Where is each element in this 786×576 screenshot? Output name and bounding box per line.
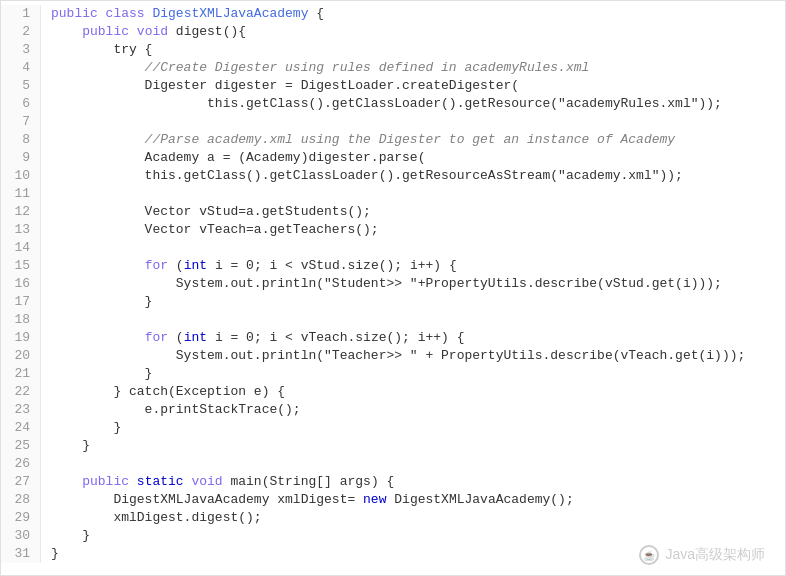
line-number: 21 [1, 365, 41, 383]
table-row: 24 } [1, 419, 785, 437]
table-row: 8 //Parse academy.xml using the Digester… [1, 131, 785, 149]
line-content: public class DigestXMLJavaAcademy { [41, 5, 785, 23]
table-row: 30 } [1, 527, 785, 545]
line-number: 31 [1, 545, 41, 563]
table-row: 11 [1, 185, 785, 203]
line-number: 27 [1, 473, 41, 491]
table-row: 25 } [1, 437, 785, 455]
line-content: } [41, 545, 785, 563]
line-number: 5 [1, 77, 41, 95]
line-content: } [41, 293, 785, 311]
line-number: 15 [1, 257, 41, 275]
line-content: for (int i = 0; i < vTeach.size(); i++) … [41, 329, 785, 347]
table-row: 7 [1, 113, 785, 131]
line-number: 26 [1, 455, 41, 473]
table-row: 27 public static void main(String[] args… [1, 473, 785, 491]
table-row: 18 [1, 311, 785, 329]
line-number: 20 [1, 347, 41, 365]
line-content: //Parse academy.xml using the Digester t… [41, 131, 785, 149]
line-content: DigestXMLJavaAcademy xmlDigest= new Dige… [41, 491, 785, 509]
table-row: 31} [1, 545, 785, 563]
line-content [41, 311, 785, 329]
table-row: 16 System.out.println("Student>> "+Prope… [1, 275, 785, 293]
line-content: for (int i = 0; i < vStud.size(); i++) { [41, 257, 785, 275]
line-content: try { [41, 41, 785, 59]
line-number: 19 [1, 329, 41, 347]
line-number: 3 [1, 41, 41, 59]
table-row: 23 e.printStackTrace(); [1, 401, 785, 419]
table-row: 26 [1, 455, 785, 473]
table-row: 19 for (int i = 0; i < vTeach.size(); i+… [1, 329, 785, 347]
line-content: this.getClass().getClassLoader().getReso… [41, 95, 785, 113]
line-number: 9 [1, 149, 41, 167]
line-content: xmlDigest.digest(); [41, 509, 785, 527]
line-content [41, 113, 785, 131]
line-content: System.out.println("Student>> "+Property… [41, 275, 785, 293]
line-number: 16 [1, 275, 41, 293]
line-content: System.out.println("Teacher>> " + Proper… [41, 347, 785, 365]
table-row: 5 Digester digester = DigestLoader.creat… [1, 77, 785, 95]
line-content [41, 239, 785, 257]
table-row: 3 try { [1, 41, 785, 59]
table-row: 13 Vector vTeach=a.getTeachers(); [1, 221, 785, 239]
table-row: 20 System.out.println("Teacher>> " + Pro… [1, 347, 785, 365]
line-number: 25 [1, 437, 41, 455]
line-number: 23 [1, 401, 41, 419]
line-number: 2 [1, 23, 41, 41]
table-row: 12 Vector vStud=a.getStudents(); [1, 203, 785, 221]
line-content: } [41, 419, 785, 437]
line-number: 22 [1, 383, 41, 401]
line-content: this.getClass().getClassLoader().getReso… [41, 167, 785, 185]
line-content [41, 455, 785, 473]
line-content: } [41, 527, 785, 545]
table-row: 1public class DigestXMLJavaAcademy { [1, 5, 785, 23]
table-row: 6 this.getClass().getClassLoader().getRe… [1, 95, 785, 113]
line-content: } catch(Exception e) { [41, 383, 785, 401]
code-lines: 1public class DigestXMLJavaAcademy {2 pu… [1, 1, 785, 567]
line-number: 12 [1, 203, 41, 221]
line-content: } [41, 365, 785, 383]
line-number: 14 [1, 239, 41, 257]
line-content: Academy a = (Academy)digester.parse( [41, 149, 785, 167]
table-row: 10 this.getClass().getClassLoader().getR… [1, 167, 785, 185]
table-row: 9 Academy a = (Academy)digester.parse( [1, 149, 785, 167]
code-container: 1public class DigestXMLJavaAcademy {2 pu… [0, 0, 786, 576]
line-content: Vector vTeach=a.getTeachers(); [41, 221, 785, 239]
line-number: 10 [1, 167, 41, 185]
table-row: 17 } [1, 293, 785, 311]
line-number: 30 [1, 527, 41, 545]
line-number: 13 [1, 221, 41, 239]
line-number: 18 [1, 311, 41, 329]
line-content: Vector vStud=a.getStudents(); [41, 203, 785, 221]
table-row: 14 [1, 239, 785, 257]
line-content: e.printStackTrace(); [41, 401, 785, 419]
table-row: 2 public void digest(){ [1, 23, 785, 41]
line-number: 29 [1, 509, 41, 527]
line-number: 8 [1, 131, 41, 149]
table-row: 21 } [1, 365, 785, 383]
line-content: public static void main(String[] args) { [41, 473, 785, 491]
line-number: 11 [1, 185, 41, 203]
line-content: Digester digester = DigestLoader.createD… [41, 77, 785, 95]
line-content: } [41, 437, 785, 455]
line-number: 4 [1, 59, 41, 77]
table-row: 28 DigestXMLJavaAcademy xmlDigest= new D… [1, 491, 785, 509]
line-content: public void digest(){ [41, 23, 785, 41]
table-row: 15 for (int i = 0; i < vStud.size(); i++… [1, 257, 785, 275]
table-row: 22 } catch(Exception e) { [1, 383, 785, 401]
line-number: 17 [1, 293, 41, 311]
line-number: 1 [1, 5, 41, 23]
table-row: 29 xmlDigest.digest(); [1, 509, 785, 527]
table-row: 4 //Create Digester using rules defined … [1, 59, 785, 77]
line-number: 6 [1, 95, 41, 113]
line-number: 28 [1, 491, 41, 509]
line-number: 24 [1, 419, 41, 437]
line-content: //Create Digester using rules defined in… [41, 59, 785, 77]
line-number: 7 [1, 113, 41, 131]
line-content [41, 185, 785, 203]
